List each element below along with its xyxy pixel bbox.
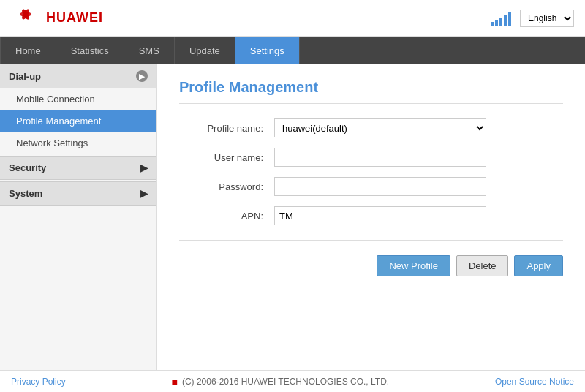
username-label: User name: [179, 152, 274, 163]
password-row: Password: [179, 177, 563, 196]
new-profile-button[interactable]: New Profile [377, 255, 450, 276]
profile-name-row: Profile name: huawei(default) custom1 cu… [179, 118, 563, 137]
language-select[interactable]: English 中文 [520, 10, 574, 27]
footer-copyright: ■ (C) 2006-2016 HUAWEI TECHNOLOGIES CO.,… [171, 376, 389, 388]
apn-row: APN: TM [179, 206, 563, 225]
top-right: English 中文 [491, 10, 574, 27]
username-field [274, 148, 486, 167]
form-divider [179, 240, 563, 241]
button-row: New Profile Delete Apply [179, 255, 563, 276]
top-bar: HUAWEI English 中文 [0, 0, 585, 37]
brand-name: HUAWEI [46, 10, 103, 26]
sidebar-dialup-label: Dial-up [9, 71, 41, 82]
sidebar: Dial-up ▶ Mobile Connection Profile Mana… [0, 64, 157, 370]
nav-statistics[interactable]: Statistics [56, 37, 124, 64]
sidebar-section-dialup[interactable]: Dial-up ▶ [0, 64, 156, 88]
delete-button[interactable]: Delete [456, 255, 509, 276]
nav-bar: Home Statistics SMS Update Settings [0, 37, 585, 64]
footer-logo: ■ [171, 376, 177, 388]
sidebar-dialup-arrow: ▶ [136, 70, 148, 82]
nav-update[interactable]: Update [175, 37, 235, 64]
password-field [274, 177, 486, 196]
profile-name-select[interactable]: huawei(default) custom1 custom2 [274, 118, 486, 137]
signal-icon [491, 11, 511, 26]
apn-input[interactable]: TM [274, 206, 486, 225]
apply-button[interactable]: Apply [514, 255, 563, 276]
sidebar-system-label: System [9, 188, 42, 199]
nav-home[interactable]: Home [0, 37, 56, 64]
sidebar-security-label: Security [9, 162, 46, 173]
sidebar-section-system[interactable]: System ▶ [0, 181, 156, 206]
sidebar-item-mobile-connection[interactable]: Mobile Connection [0, 88, 156, 110]
username-input[interactable] [274, 148, 486, 167]
privacy-policy-link[interactable]: Privacy Policy [11, 377, 66, 387]
logo-area: HUAWEI [11, 7, 103, 29]
username-row: User name: [179, 148, 563, 167]
sidebar-system-arrow: ▶ [140, 188, 148, 199]
huawei-logo [11, 7, 40, 29]
profile-name-field: huawei(default) custom1 custom2 [274, 118, 486, 137]
nav-sms[interactable]: SMS [124, 37, 175, 64]
profile-name-label: Profile name: [179, 123, 274, 134]
sidebar-item-network-settings[interactable]: Network Settings [0, 132, 156, 154]
sidebar-security-arrow: ▶ [140, 162, 148, 173]
footer: Privacy Policy ■ (C) 2006-2016 HUAWEI TE… [0, 370, 585, 392]
content-area: Profile Management Profile name: huawei(… [157, 64, 585, 370]
page-title: Profile Management [179, 79, 563, 104]
password-label: Password: [179, 181, 274, 192]
svg-point-5 [20, 12, 31, 16]
nav-settings[interactable]: Settings [235, 37, 300, 64]
apn-label: APN: [179, 211, 274, 222]
sidebar-section-security[interactable]: Security ▶ [0, 156, 156, 180]
password-input[interactable] [274, 177, 486, 196]
sidebar-item-profile-management[interactable]: Profile Management [0, 110, 156, 132]
open-source-link[interactable]: Open Source Notice [495, 377, 574, 387]
main-layout: Dial-up ▶ Mobile Connection Profile Mana… [0, 64, 585, 370]
apn-field: TM [274, 206, 486, 225]
